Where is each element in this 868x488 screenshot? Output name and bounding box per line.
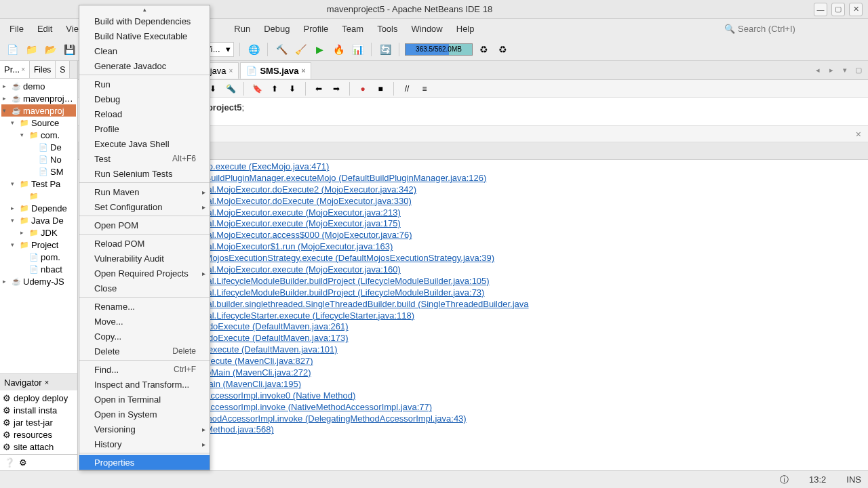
menu-file[interactable]: File bbox=[3, 21, 31, 37]
tree-item[interactable]: ▸☕mavenproject bbox=[1, 92, 76, 104]
prev-tab-icon[interactable]: ◂ bbox=[812, 65, 823, 76]
menu-item[interactable]: Run Selenium Tests bbox=[79, 166, 210, 181]
tab-files[interactable]: Files bbox=[30, 61, 56, 78]
tree-item[interactable]: ▾📁Test Pa bbox=[1, 178, 76, 190]
tab-services[interactable]: S bbox=[56, 61, 70, 78]
menu-item[interactable]: Execute Java Shell bbox=[79, 136, 210, 151]
tab-projects[interactable]: Pr...× bbox=[0, 61, 30, 78]
tree-item[interactable]: ▸☕Udemy-JS bbox=[1, 275, 76, 287]
tree-item[interactable]: ▸📁JDK bbox=[1, 226, 76, 239]
next-bookmark-icon[interactable]: ⬇ bbox=[285, 81, 300, 96]
menu-item[interactable]: Move... bbox=[79, 314, 210, 329]
menu-item[interactable]: Open in System bbox=[79, 407, 210, 422]
menu-item[interactable]: Reload POM bbox=[79, 236, 210, 251]
minimize-button[interactable]: — bbox=[814, 3, 827, 16]
tree-item[interactable]: 📁 bbox=[1, 190, 76, 202]
menu-item[interactable]: Build Native Executable bbox=[79, 28, 210, 43]
menu-tools[interactable]: Tools bbox=[370, 21, 404, 37]
run-icon[interactable]: ▶ bbox=[311, 41, 328, 58]
build-icon[interactable]: 🔨 bbox=[273, 41, 290, 58]
tree-item[interactable]: ▾📁Java De bbox=[1, 214, 76, 226]
menu-team[interactable]: Team bbox=[335, 21, 370, 37]
globe-icon[interactable]: 🌐 bbox=[245, 41, 262, 58]
comment-icon[interactable]: // bbox=[399, 81, 414, 96]
close-icon[interactable]: × bbox=[229, 67, 233, 75]
menu-item[interactable]: Debug bbox=[79, 92, 210, 106]
tree-toggle-icon[interactable]: ▾ bbox=[11, 217, 19, 224]
debug-icon[interactable]: 🔥 bbox=[330, 41, 347, 58]
menu-item[interactable]: History▸ bbox=[79, 436, 210, 451]
bookmark-icon[interactable]: 🔖 bbox=[250, 81, 264, 96]
menu-item[interactable]: Open Required Projects▸ bbox=[79, 266, 210, 281]
tree-item[interactable]: ▾☕mavenproj bbox=[1, 104, 76, 117]
new-project-icon[interactable]: 📁 bbox=[23, 41, 39, 58]
tab-list-icon[interactable]: ▾ bbox=[840, 65, 850, 76]
tree-item[interactable]: ▾📁com. bbox=[1, 129, 76, 141]
info-icon[interactable]: ⓘ bbox=[780, 474, 789, 486]
save-all-icon[interactable]: 💾 bbox=[61, 41, 77, 58]
menu-item[interactable]: Set Configuration▸ bbox=[79, 199, 210, 214]
menu-run[interactable]: Run bbox=[227, 21, 257, 37]
menu-item[interactable]: Properties bbox=[79, 455, 210, 470]
tree-item[interactable]: ▾📁Source bbox=[1, 117, 76, 129]
tree-toggle-icon[interactable]: ▾ bbox=[20, 131, 28, 138]
next-tab-icon[interactable]: ▸ bbox=[826, 65, 837, 76]
close-icon[interactable]: × bbox=[301, 67, 305, 75]
menu-item[interactable]: Profile bbox=[79, 121, 210, 136]
menu-edit[interactable]: Edit bbox=[31, 21, 59, 37]
search-box[interactable]: 🔍 bbox=[719, 22, 865, 35]
tree-toggle-icon[interactable]: ▾ bbox=[11, 241, 19, 248]
shift-right-icon[interactable]: ➡ bbox=[329, 81, 344, 96]
menu-item[interactable]: Versioning▸ bbox=[79, 422, 210, 436]
uncomment-icon[interactable]: ≡ bbox=[417, 81, 432, 96]
editor-tab[interactable]: 📄SMS.java× bbox=[240, 62, 311, 79]
close-icon[interactable]: × bbox=[45, 378, 49, 386]
tree-toggle-icon[interactable]: ▾ bbox=[11, 180, 19, 187]
tree-item[interactable]: ▸☕demo bbox=[1, 80, 76, 92]
menu-item[interactable]: Run bbox=[79, 77, 210, 92]
menu-item[interactable]: Open in Terminal bbox=[79, 392, 210, 407]
close-icon[interactable]: × bbox=[856, 129, 861, 140]
tree-item[interactable]: 📄pom. bbox=[1, 251, 76, 263]
help-icon[interactable]: ❔ bbox=[4, 458, 15, 468]
menu-item[interactable]: Reload bbox=[79, 106, 210, 121]
menu-item[interactable]: Copy... bbox=[79, 329, 210, 344]
tree-item[interactable]: 📄nbact bbox=[1, 263, 76, 275]
navigator-item[interactable]: ⚙site attach bbox=[1, 441, 76, 453]
maximize-button[interactable]: ▢ bbox=[831, 3, 845, 16]
menu-debug[interactable]: Debug bbox=[257, 21, 296, 37]
navigator-item[interactable]: ⚙resources bbox=[1, 428, 76, 441]
maximize-editor-icon[interactable]: ▢ bbox=[853, 65, 864, 76]
tree-item[interactable]: 📄De bbox=[1, 141, 76, 153]
new-file-icon[interactable]: 📄 bbox=[4, 41, 20, 58]
open-project-icon[interactable]: 📂 bbox=[42, 41, 58, 58]
highlight-icon[interactable]: 🔦 bbox=[223, 81, 238, 96]
navigator-item[interactable]: ⚙install insta bbox=[1, 404, 76, 416]
tree-toggle-icon[interactable]: ▸ bbox=[3, 95, 11, 102]
prev-bookmark-icon[interactable]: ⬆ bbox=[267, 81, 282, 96]
menu-item[interactable]: Open POM bbox=[79, 218, 210, 232]
profile-icon[interactable]: 📊 bbox=[349, 41, 366, 58]
menu-item[interactable]: Inspect and Transform... bbox=[79, 377, 210, 392]
close-button[interactable]: ✕ bbox=[849, 3, 863, 16]
memory-meter[interactable]: 363.5/562.0MB bbox=[405, 43, 473, 56]
search-input[interactable] bbox=[738, 24, 860, 34]
tree-toggle-icon[interactable]: ▾ bbox=[11, 119, 19, 126]
menu-item[interactable]: Generate Javadoc bbox=[79, 58, 210, 73]
menu-item[interactable]: TestAlt+F6 bbox=[79, 151, 210, 166]
menu-help[interactable]: Help bbox=[450, 21, 481, 37]
tree-toggle-icon[interactable]: ▸ bbox=[20, 229, 28, 236]
gc-icon[interactable]: ♻ bbox=[475, 41, 492, 58]
tree-toggle-icon[interactable]: ▸ bbox=[3, 278, 11, 285]
gear-icon[interactable]: ⚙ bbox=[19, 458, 27, 468]
close-icon[interactable]: × bbox=[21, 66, 25, 73]
tree-toggle-icon[interactable]: ▸ bbox=[3, 83, 11, 89]
projects-tree[interactable]: ▸☕demo▸☕mavenproject▾☕mavenproj▾📁Source▾… bbox=[0, 79, 77, 289]
tree-toggle-icon[interactable]: ▸ bbox=[11, 205, 19, 211]
menu-scroll-up-icon[interactable]: ▴ bbox=[79, 5, 210, 14]
menu-window[interactable]: Window bbox=[405, 21, 450, 37]
menu-item[interactable]: DeleteDelete bbox=[79, 344, 210, 359]
menu-item[interactable]: Build with Dependencies bbox=[79, 14, 210, 28]
navigator-item[interactable]: ⚙jar test-jar bbox=[1, 416, 76, 428]
tree-toggle-icon[interactable]: ▾ bbox=[3, 107, 11, 114]
